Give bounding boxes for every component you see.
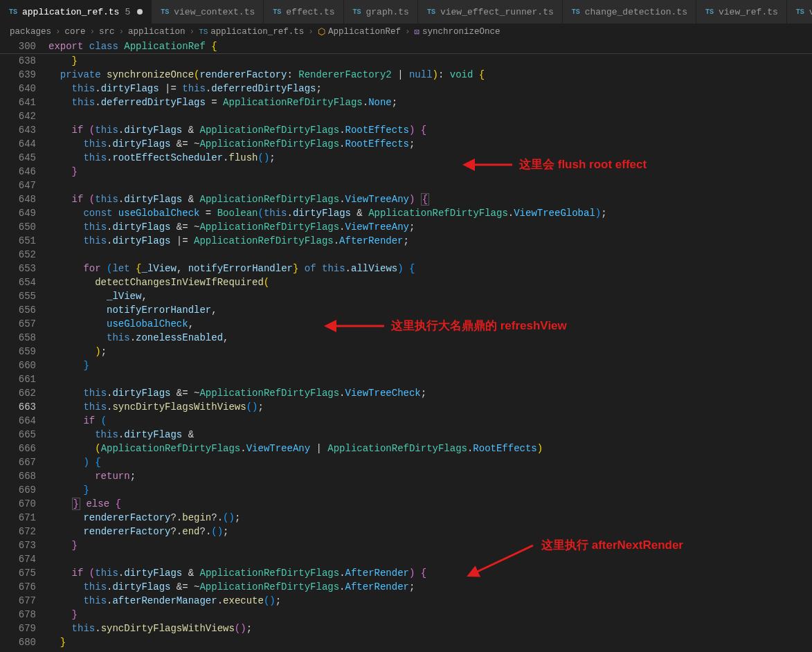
tab-label: view.ts <box>809 7 812 17</box>
breadcrumb-file[interactable]: TSapplication_ref.ts <box>199 27 304 37</box>
line-number: 670 <box>0 497 36 511</box>
tab-change-detection[interactable]: TS change_detection.ts <box>563 0 696 24</box>
ts-file-icon: TS <box>795 7 805 17</box>
breadcrumb-folder[interactable]: src <box>99 27 115 37</box>
chevron-right-icon: › <box>405 27 410 37</box>
ts-file-icon: TS <box>272 7 282 17</box>
breadcrumb-folder[interactable]: packages <box>10 27 51 37</box>
line-number: 650 <box>0 220 36 234</box>
line-number: 666 <box>0 442 36 455</box>
line-number: 654 <box>0 275 36 289</box>
breadcrumb-folder[interactable]: application <box>128 27 186 37</box>
line-number: 639 <box>0 68 36 82</box>
line-number: 647 <box>0 179 36 192</box>
tab-graph[interactable]: TS graph.ts <box>344 0 418 24</box>
tab-view-ref[interactable]: TS view_ref.ts <box>696 0 787 24</box>
method-icon: ⊡ <box>414 26 419 37</box>
line-number: 652 <box>0 248 36 262</box>
line-number: 646 <box>0 165 36 179</box>
tab-label: view_context.ts <box>174 7 255 17</box>
tab-modified-count: 5 <box>125 7 130 17</box>
breadcrumb[interactable]: packages › core › src › application › TS… <box>0 24 812 39</box>
breadcrumb-method[interactable]: ⊡synchronizeOnce <box>414 26 500 37</box>
line-number: 661 <box>0 372 36 386</box>
line-number: 662 <box>0 386 36 400</box>
line-number: 657 <box>0 317 36 331</box>
line-number: 659 <box>0 345 36 359</box>
line-number: 648 <box>0 192 36 206</box>
chevron-right-icon: › <box>119 27 125 37</box>
line-number: 642 <box>0 109 36 123</box>
tab-view-context[interactable]: TS view_context.ts <box>152 0 264 24</box>
sticky-line-number: 300 <box>0 39 48 53</box>
line-number: 667 <box>0 455 36 469</box>
sticky-code-line: export class ApplicationRef { <box>48 39 217 53</box>
tab-view[interactable]: TS view.ts <box>787 0 812 24</box>
line-number: 651 <box>0 234 36 248</box>
line-number: 653 <box>0 262 36 275</box>
tab-label: graph.ts <box>366 7 409 17</box>
line-number: 680 <box>0 635 36 649</box>
line-number: 656 <box>0 303 36 317</box>
line-number: 664 <box>0 414 36 428</box>
tab-dirty-indicator <box>137 9 143 15</box>
ts-file-icon: TS <box>352 7 362 17</box>
tab-application-ref[interactable]: TS application_ref.ts 5 <box>0 0 152 24</box>
line-number: 678 <box>0 608 36 622</box>
tab-label: view_ref.ts <box>719 7 778 17</box>
chevron-right-icon: › <box>308 27 314 37</box>
class-icon: ⬡ <box>318 26 325 37</box>
editor-tabs: TS application_ref.ts 5 TS view_context.… <box>0 0 812 24</box>
line-number: 644 <box>0 137 36 151</box>
line-number: 674 <box>0 552 36 566</box>
line-number: 675 <box>0 566 36 580</box>
ts-file-icon: TS <box>160 7 170 17</box>
ts-file-icon: TS <box>705 7 714 17</box>
line-number: 679 <box>0 622 36 635</box>
chevron-right-icon: › <box>90 27 96 37</box>
ts-file-icon: TS <box>571 7 581 17</box>
line-number: 638 <box>0 54 36 68</box>
line-number: 668 <box>0 469 36 483</box>
tab-label: application_ref.ts <box>22 7 119 17</box>
line-number: 671 <box>0 511 36 525</box>
tab-effect[interactable]: TS effect.ts <box>264 0 343 24</box>
chevron-right-icon: › <box>190 27 195 37</box>
ts-file-icon: TS <box>199 28 208 36</box>
line-number: 649 <box>0 206 36 220</box>
breadcrumb-folder[interactable]: core <box>65 27 86 37</box>
code-editor[interactable]: 300 export class ApplicationRef { 638639… <box>0 39 812 652</box>
breadcrumb-class[interactable]: ⬡ApplicationRef <box>318 26 401 37</box>
line-number: 663 <box>0 400 36 414</box>
line-number: 676 <box>0 580 36 594</box>
ts-file-icon: TS <box>8 7 18 17</box>
tab-label: effect.ts <box>286 7 334 17</box>
sticky-scroll-header[interactable]: 300 export class ApplicationRef { <box>0 39 812 54</box>
line-number-gutter: 6386396406416426436446456466476486496506… <box>0 54 48 652</box>
line-number: 641 <box>0 96 36 109</box>
line-number: 665 <box>0 428 36 442</box>
chevron-right-icon: › <box>55 27 61 37</box>
tab-view-effect-runner[interactable]: TS view_effect_runner.ts <box>418 0 563 24</box>
line-number: 645 <box>0 151 36 165</box>
line-number: 672 <box>0 525 36 538</box>
line-number: 655 <box>0 289 36 303</box>
line-number: 673 <box>0 538 36 552</box>
line-number: 658 <box>0 331 36 345</box>
line-number: 660 <box>0 359 36 372</box>
tab-label: change_detection.ts <box>585 7 687 17</box>
line-number: 677 <box>0 594 36 608</box>
code-content[interactable]: } private synchronizeOnce(rendererFactor… <box>48 54 812 652</box>
ts-file-icon: TS <box>426 7 436 17</box>
line-number: 640 <box>0 82 36 96</box>
line-number: 643 <box>0 123 36 137</box>
tab-label: view_effect_runner.ts <box>440 7 554 17</box>
line-number: 669 <box>0 483 36 497</box>
